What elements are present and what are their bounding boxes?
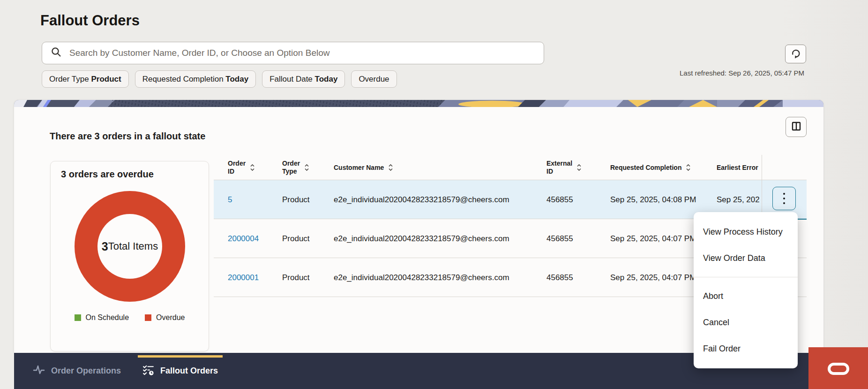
row-actions-menu: View Process History View Order Data Abo… — [694, 212, 798, 368]
decorative-banner — [14, 100, 823, 107]
order-type-cell: Product — [282, 258, 310, 297]
sort-icon — [250, 163, 255, 172]
chart-title: 3 orders are overdue — [61, 169, 154, 180]
legend-item-on-schedule: On Schedule — [75, 313, 129, 322]
menu-item-fail-order[interactable]: Fail Order — [694, 336, 798, 362]
menu-item-abort[interactable]: Abort — [694, 283, 798, 309]
on-schedule-swatch — [75, 314, 81, 321]
sort-icon — [576, 163, 582, 172]
external-id-cell: 456855 — [546, 258, 573, 297]
active-tab-indicator — [138, 355, 223, 358]
external-id-cell: 456855 — [546, 219, 573, 258]
overdue-chart-panel: 3 orders are overdue 3Total Items On Sch… — [50, 161, 209, 351]
last-refreshed-text: Last refreshed: Sep 26, 2025, 05:47 PM — [680, 69, 804, 77]
order-type-cell: Product — [282, 180, 310, 219]
filter-chip-bar: Order Type Product Requested Completion … — [42, 70, 397, 88]
requested-completion-cell: Sep 25, 2025, 04:07 PM — [610, 219, 696, 258]
pulse-icon — [33, 364, 45, 378]
customer-name-cell: e2e_individual20200428233218579@cheers.c… — [334, 180, 509, 219]
header-requested-completion[interactable]: Requested Completion — [610, 155, 691, 180]
customer-name-cell: e2e_individual20200428233218579@cheers.c… — [334, 258, 509, 297]
manage-columns-button[interactable] — [786, 117, 807, 137]
fallout-count-heading: There are 3 orders in a fallout state — [50, 131, 205, 142]
order-type-cell: Product — [282, 219, 310, 258]
order-id-link[interactable]: 2000001 — [228, 258, 259, 297]
table-header-row: OrderID OrderType Customer Name External… — [214, 155, 807, 180]
search-icon — [51, 46, 62, 60]
oracle-o-mark — [828, 363, 849, 375]
order-id-link[interactable]: 5 — [228, 180, 232, 219]
header-order-type[interactable]: OrderType — [282, 155, 309, 180]
donut-ring: 3Total Items — [75, 191, 185, 302]
donut-total-label: Total Items — [108, 240, 158, 252]
header-external-id[interactable]: ExternalID — [546, 155, 582, 180]
refresh-icon — [791, 48, 801, 60]
search-input[interactable] — [69, 48, 535, 58]
donut-center-label: 3Total Items — [75, 191, 185, 302]
header-customer-name[interactable]: Customer Name — [334, 155, 393, 180]
requested-completion-cell: Sep 25, 2025, 04:08 PM — [610, 180, 696, 219]
external-id-cell: 456855 — [546, 180, 573, 219]
chart-legend: On Schedule Overdue — [51, 313, 209, 322]
page-title: Fallout Orders — [40, 12, 140, 29]
oracle-logo — [808, 347, 868, 389]
sort-icon — [388, 163, 393, 172]
legend-item-overdue: Overdue — [145, 313, 185, 322]
checklist-icon — [142, 364, 154, 378]
sort-icon — [304, 163, 309, 172]
columns-icon — [791, 121, 801, 133]
row-actions-kebab-button[interactable] — [772, 187, 796, 210]
chip-overdue[interactable]: Overdue — [351, 70, 397, 88]
header-order-id[interactable]: OrderID — [228, 155, 255, 180]
menu-item-view-order-data[interactable]: View Order Data — [694, 245, 798, 271]
search-bar — [42, 42, 544, 64]
header-earliest-error: Earliest Error — [717, 155, 758, 180]
sort-icon — [686, 163, 691, 172]
order-id-link[interactable]: 2000004 — [228, 219, 259, 258]
chip-fallout-date[interactable]: Fallout Date Today — [262, 70, 345, 88]
tab-order-operations[interactable]: Order Operations — [28, 353, 126, 389]
requested-completion-cell: Sep 25, 2025, 04:07 PM — [610, 258, 696, 297]
overdue-swatch — [145, 314, 151, 321]
chip-requested-completion[interactable]: Requested Completion Today — [135, 70, 256, 88]
tab-fallout-orders[interactable]: Fallout Orders — [138, 353, 223, 389]
menu-item-view-process-history[interactable]: View Process History — [694, 219, 798, 245]
menu-divider — [694, 277, 798, 277]
customer-name-cell: e2e_individual20200428233218579@cheers.c… — [334, 219, 509, 258]
menu-item-cancel[interactable]: Cancel — [694, 309, 798, 336]
refresh-button[interactable] — [785, 45, 806, 63]
donut-total-value: 3 — [102, 240, 108, 253]
chip-order-type[interactable]: Order Type Product — [42, 70, 129, 88]
